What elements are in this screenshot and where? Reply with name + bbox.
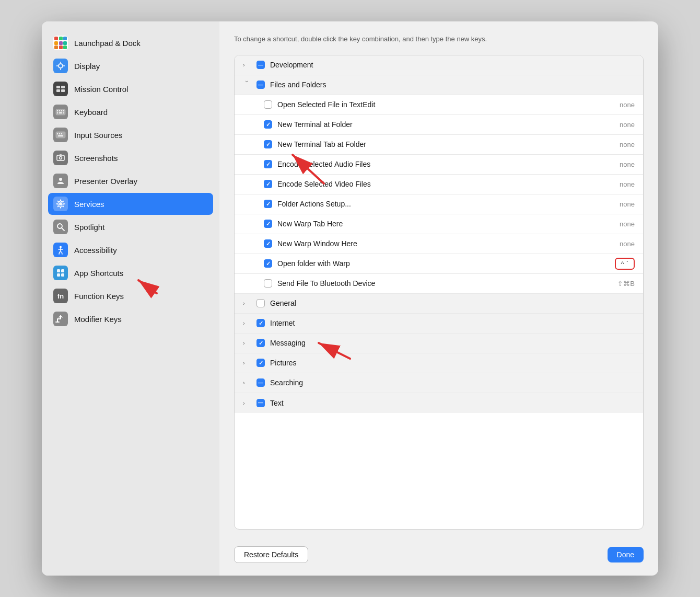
checkbox-folder-actions[interactable] (264, 200, 272, 208)
shortcut-encode-video: none (603, 180, 635, 188)
chevron-searching[interactable]: › (243, 380, 251, 386)
svg-rect-11 (57, 110, 58, 111)
chevron-internet[interactable]: › (243, 320, 251, 326)
checkbox-filesfolders[interactable] (256, 81, 265, 89)
appshortcuts-icon (53, 266, 68, 280)
row-bluetooth: Send File To Bluetooth Device ⇧⌘B (235, 274, 643, 294)
section-internet-label: Internet (270, 319, 635, 327)
checkbox-open-textEdit[interactable] (264, 100, 272, 109)
checkbox-messaging[interactable] (256, 339, 265, 347)
sidebar-item-input[interactable]: Input Sources (48, 124, 213, 146)
section-general[interactable]: › General (235, 294, 643, 314)
sidebar-item-label: Launchpad & Dock (74, 39, 141, 48)
sidebar-item-launchpad[interactable]: Launchpad & Dock (48, 32, 213, 54)
svg-point-29 (60, 246, 62, 248)
svg-rect-16 (59, 112, 62, 113)
shortcut-open-warp-tick: ` (626, 260, 628, 268)
label-encode-audio: Encode Selected Audio Files (277, 160, 598, 168)
checkbox-new-warp-tab[interactable] (264, 220, 272, 228)
svg-point-1 (59, 64, 62, 67)
sidebar-item-accessibility[interactable]: Accessibility (48, 239, 213, 261)
chevron-filesfolders[interactable]: › (244, 81, 250, 89)
section-internet[interactable]: › Internet (235, 314, 643, 334)
svg-rect-31 (61, 269, 64, 272)
sidebar-item-label: Keyboard (74, 108, 108, 117)
checkbox-bluetooth[interactable] (264, 279, 272, 288)
sidebar-item-label: Function Keys (74, 292, 124, 301)
sidebar-item-modifier[interactable]: Modifier Keys (48, 308, 213, 330)
svg-rect-17 (63, 112, 64, 113)
sidebar-item-label: Services (74, 200, 104, 209)
sidebar-item-spotlight[interactable]: Spotlight (48, 216, 213, 238)
chevron-text[interactable]: › (243, 400, 251, 406)
sidebar-item-mission[interactable]: Mission Control (48, 78, 213, 100)
chevron-development[interactable]: › (243, 62, 251, 68)
screenshots-icon (53, 151, 68, 165)
label-new-warp-tab: New Warp Tab Here (277, 220, 598, 228)
label-new-terminal-tab: New Terminal Tab at Folder (277, 140, 598, 148)
svg-rect-19 (57, 133, 58, 134)
section-messaging[interactable]: › Messaging (235, 334, 643, 353)
sidebar-item-keyboard[interactable]: Keyboard (48, 101, 213, 123)
main-content: To change a shortcut, double click the k… (219, 21, 658, 576)
sidebar-item-screenshots[interactable]: Screenshots (48, 147, 213, 169)
section-searching-label: Searching (270, 378, 635, 387)
shortcut-new-terminal: none (603, 121, 635, 129)
input-icon (53, 128, 68, 142)
svg-line-28 (62, 228, 64, 231)
row-new-terminal-tab: New Terminal Tab at Folder none (235, 135, 643, 155)
shortcut-open-warp-up: ^ (621, 260, 624, 268)
chevron-messaging[interactable]: › (243, 340, 251, 346)
row-encode-video: Encode Selected Video Files none (235, 175, 643, 194)
keyboard-icon (53, 105, 68, 119)
sidebar-item-appshortcuts[interactable]: App Shortcuts (48, 262, 213, 284)
checkbox-new-terminal[interactable] (264, 120, 272, 129)
row-folder-actions: Folder Actions Setup... none (235, 194, 643, 214)
svg-rect-23 (57, 155, 64, 160)
section-searching[interactable]: › Searching (235, 373, 643, 393)
label-open-warp: Open folder with Warp (277, 259, 610, 268)
checkbox-new-warp-window[interactable] (264, 239, 272, 248)
checkbox-open-warp[interactable] (264, 259, 272, 268)
hint-text: To change a shortcut, double click the k… (234, 34, 644, 44)
launchpad-icon (53, 36, 68, 50)
sidebar-item-services[interactable]: Services (48, 193, 213, 215)
section-pictures-label: Pictures (270, 359, 635, 367)
section-development[interactable]: › Development (235, 55, 643, 75)
display-icon (53, 59, 68, 73)
chevron-pictures[interactable]: › (243, 360, 251, 366)
checkbox-searching[interactable] (256, 378, 265, 387)
sidebar-item-presenter[interactable]: Presenter Overlay (48, 170, 213, 192)
presenter-icon (53, 174, 68, 188)
function-icon: fn (53, 289, 68, 303)
shortcut-open-textEdit: none (603, 101, 635, 109)
modifier-icon (53, 312, 68, 326)
sidebar-item-function[interactable]: fn Function Keys (48, 285, 213, 307)
checkbox-internet[interactable] (256, 319, 265, 327)
accessibility-icon (53, 243, 68, 257)
chevron-general[interactable]: › (243, 300, 251, 306)
checkbox-general[interactable] (256, 299, 265, 307)
checkbox-new-terminal-tab[interactable] (264, 140, 272, 148)
svg-rect-18 (56, 132, 65, 138)
checkbox-pictures[interactable] (256, 359, 265, 367)
checkbox-encode-video[interactable] (264, 180, 272, 188)
sidebar-item-label: Accessibility (74, 246, 117, 255)
label-encode-video: Encode Selected Video Files (277, 180, 598, 188)
section-filesfolders[interactable]: › Files and Folders (235, 75, 643, 95)
done-button[interactable]: Done (608, 547, 644, 562)
checkbox-development[interactable] (256, 61, 265, 69)
sidebar-item-label: Modifier Keys (74, 315, 122, 324)
restore-defaults-button[interactable]: Restore Defaults (234, 546, 308, 563)
sidebar-item-label: Presenter Overlay (74, 177, 137, 186)
section-pictures[interactable]: › Pictures (235, 353, 643, 373)
checkbox-encode-audio[interactable] (264, 160, 272, 168)
mission-icon (53, 82, 68, 96)
row-encode-audio: Encode Selected Audio Files none (235, 155, 643, 175)
shortcut-bluetooth: ⇧⌘B (603, 280, 635, 288)
sidebar-item-display[interactable]: Display (48, 55, 213, 77)
shortcut-open-warp[interactable]: ^ ` (615, 258, 635, 270)
section-text[interactable]: › Text (235, 393, 643, 413)
svg-rect-7 (61, 86, 65, 88)
checkbox-text[interactable] (256, 399, 265, 407)
